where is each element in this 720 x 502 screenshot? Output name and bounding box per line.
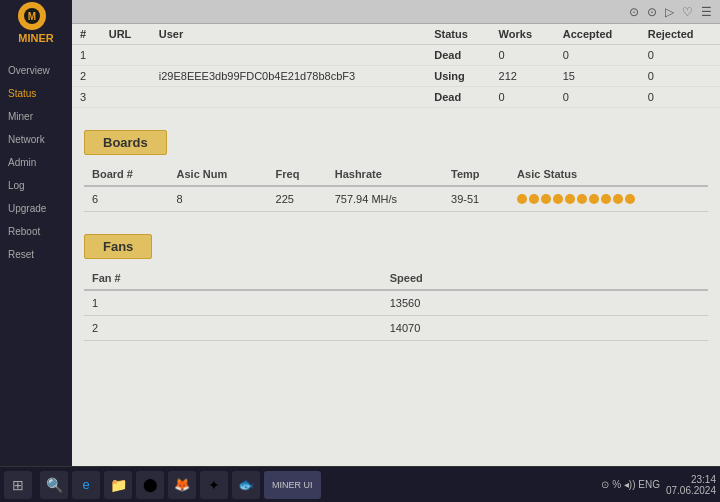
pool-col-rejected: Rejected — [640, 24, 720, 45]
board-row1-num: 6 — [84, 186, 169, 212]
pool-row1-num: 1 — [72, 45, 101, 66]
fan-row2-speed: 14070 — [382, 316, 708, 341]
sidebar-item-reset[interactable]: Reset — [0, 244, 72, 265]
taskbar-system-tray: ⊙ % ◂)) ENG 23:14 07.06.2024 — [601, 474, 716, 496]
board-row1-asicstatus — [509, 186, 708, 212]
pool-row2-accepted: 15 — [555, 66, 640, 87]
taskbar-edge-icon[interactable]: e — [72, 471, 100, 499]
pool-row1-status: Dead — [426, 45, 490, 66]
pool-table: # URL User Status Works Accepted Rejecte… — [72, 24, 720, 108]
boards-section-header: Boards — [84, 130, 167, 155]
pool-row1-rejected: 0 — [640, 45, 720, 66]
table-row: 2 i29E8EEE3db99FDC0b4E21d78b8cbF3 Using … — [72, 66, 720, 87]
sidebar-item-network[interactable]: Network — [0, 129, 72, 150]
boards-col-hashrate: Hashrate — [327, 163, 443, 186]
pool-row3-works: 0 — [491, 87, 555, 108]
asic-dot-4 — [553, 194, 563, 204]
toolbar-menu-icon[interactable]: ☰ — [701, 5, 712, 19]
sidebar-item-status[interactable]: Status — [0, 83, 72, 104]
taskbar-pinned-icons: 🔍 e 📁 ⬤ 🦊 ✦ 🐟 — [40, 471, 260, 499]
logo-icon: M — [18, 2, 46, 30]
pool-col-works: Works — [491, 24, 555, 45]
sidebar-item-upgrade[interactable]: Upgrade — [0, 198, 72, 219]
sidebar-item-overview[interactable]: Overview — [0, 60, 72, 81]
asic-dot-3 — [541, 194, 551, 204]
taskbar-app-label: MINER UI — [272, 480, 313, 490]
fan-row1-speed: 13560 — [382, 290, 708, 316]
boards-col-board: Board # — [84, 163, 169, 186]
table-row: 1 Dead 0 0 0 — [72, 45, 720, 66]
pool-row3-num: 3 — [72, 87, 101, 108]
pool-row2-status: Using — [426, 66, 490, 87]
pool-row1-works: 0 — [491, 45, 555, 66]
pool-row2-num: 2 — [72, 66, 101, 87]
taskbar-active-app[interactable]: MINER UI — [264, 471, 321, 499]
pool-row1-url — [101, 45, 151, 66]
pool-row3-accepted: 0 — [555, 87, 640, 108]
pool-col-user: User — [151, 24, 426, 45]
logo-text: MINER — [18, 32, 53, 45]
pool-col-status: Status — [426, 24, 490, 45]
taskbar-fish-icon[interactable]: 🐟 — [232, 471, 260, 499]
asic-dot-2 — [529, 194, 539, 204]
pool-col-accepted: Accepted — [555, 24, 640, 45]
asic-dot-5 — [565, 194, 575, 204]
pool-col-num: # — [72, 24, 101, 45]
fans-col-fan: Fan # — [84, 267, 382, 290]
board-row1-freq: 225 — [268, 186, 327, 212]
sidebar-item-reboot[interactable]: Reboot — [0, 221, 72, 242]
boards-col-asic: Asic Num — [169, 163, 268, 186]
boards-col-freq: Freq — [268, 163, 327, 186]
pool-row3-status: Dead — [426, 87, 490, 108]
taskbar-search-icon[interactable]: 🔍 — [40, 471, 68, 499]
boards-table-container: Board # Asic Num Freq Hashrate Temp Asic… — [72, 163, 720, 212]
taskbar-chrome-icon[interactable]: ⬤ — [136, 471, 164, 499]
content-area: # URL User Status Works Accepted Rejecte… — [72, 24, 720, 502]
pool-section: # URL User Status Works Accepted Rejecte… — [72, 24, 720, 108]
boards-col-asicstatus: Asic Status — [509, 163, 708, 186]
boards-section-wrapper: Boards Board # Asic Num Freq Hashrate Te… — [72, 120, 720, 212]
pool-row2-url — [101, 66, 151, 87]
taskbar-firefox-icon[interactable]: 🦊 — [168, 471, 196, 499]
toolbar: ⊙ ⊙ ▷ ♡ ☰ — [72, 0, 720, 24]
asic-dot-7 — [589, 194, 599, 204]
asic-dot-10 — [625, 194, 635, 204]
fan-row1-num: 1 — [84, 290, 382, 316]
sidebar-nav: Overview Status Miner Network Admin Log … — [0, 60, 72, 265]
sidebar-logo: M MINER — [9, 8, 63, 40]
sidebar-item-admin[interactable]: Admin — [0, 152, 72, 173]
asic-dot-9 — [613, 194, 623, 204]
asic-dots — [517, 194, 700, 204]
table-row: 1 13560 — [84, 290, 708, 316]
sidebar: M MINER Overview Status Miner Network Ad… — [0, 0, 72, 502]
asic-dot-6 — [577, 194, 587, 204]
boards-col-temp: Temp — [443, 163, 509, 186]
pool-row1-user — [151, 45, 426, 66]
pool-col-url: URL — [101, 24, 151, 45]
sidebar-item-miner[interactable]: Miner — [0, 106, 72, 127]
taskbar-date-display: 07.06.2024 — [666, 485, 716, 496]
taskbar: ⊞ 🔍 e 📁 ⬤ 🦊 ✦ 🐟 MINER UI ⊙ % ◂)) ENG 23:… — [0, 466, 720, 502]
toolbar-icon-1[interactable]: ⊙ — [629, 5, 639, 19]
taskbar-start-button[interactable]: ⊞ — [4, 471, 32, 499]
fans-col-speed: Speed — [382, 267, 708, 290]
fans-section-header: Fans — [84, 234, 152, 259]
taskbar-tray-icons: ⊙ % ◂)) ENG — [601, 479, 660, 490]
fans-table-container: Fan # Speed 1 13560 2 14070 — [72, 267, 720, 341]
taskbar-clock: 23:14 07.06.2024 — [666, 474, 716, 496]
toolbar-play-icon[interactable]: ▷ — [665, 5, 674, 19]
toolbar-icon-2[interactable]: ⊙ — [647, 5, 657, 19]
fans-section-wrapper: Fans Fan # Speed 1 13560 — [72, 224, 720, 341]
boards-table: Board # Asic Num Freq Hashrate Temp Asic… — [84, 163, 708, 212]
asic-dot-8 — [601, 194, 611, 204]
toolbar-heart-icon[interactable]: ♡ — [682, 5, 693, 19]
taskbar-folder-icon[interactable]: 📁 — [104, 471, 132, 499]
table-row: 3 Dead 0 0 0 — [72, 87, 720, 108]
main-content: ⊙ ⊙ ▷ ♡ ☰ # URL User Status Works Accept… — [72, 0, 720, 502]
sidebar-item-log[interactable]: Log — [0, 175, 72, 196]
pool-row2-rejected: 0 — [640, 66, 720, 87]
pool-row3-rejected: 0 — [640, 87, 720, 108]
taskbar-star-icon[interactable]: ✦ — [200, 471, 228, 499]
board-row1-asic: 8 — [169, 186, 268, 212]
taskbar-time-display: 23:14 — [666, 474, 716, 485]
